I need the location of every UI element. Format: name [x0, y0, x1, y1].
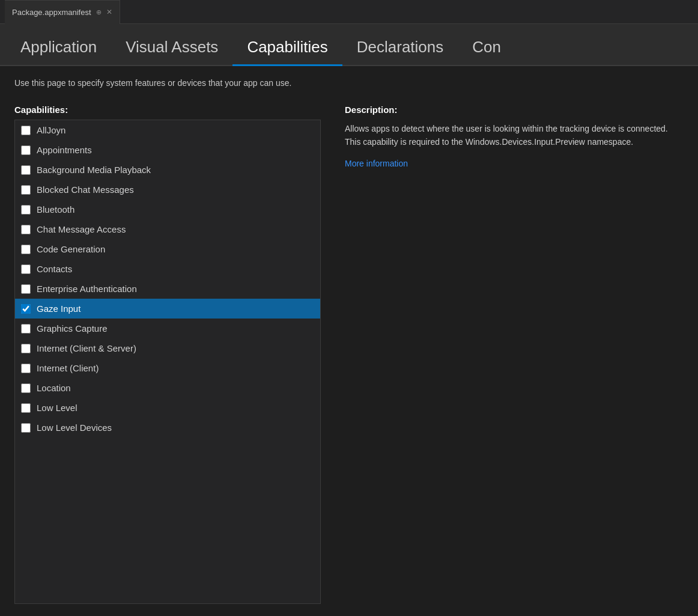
checkbox-code-generation[interactable] — [21, 245, 31, 254]
capability-item-contacts[interactable]: Contacts — [15, 259, 320, 279]
checkbox-background-media-playback[interactable] — [21, 165, 31, 175]
label-gaze-input: Gaze Input — [37, 303, 80, 314]
label-location: Location — [37, 383, 71, 393]
checkbox-chat-message-access[interactable] — [21, 225, 31, 234]
capability-item-chat-message-access[interactable]: Chat Message Access — [15, 219, 320, 239]
checkbox-appointments[interactable] — [21, 145, 31, 155]
capability-item-blocked-chat-messages[interactable]: Blocked Chat Messages — [15, 180, 320, 200]
label-code-generation: Code Generation — [37, 244, 105, 254]
capability-item-low-level-devices[interactable]: Low Level Devices — [15, 418, 320, 438]
capability-item-alljoyn[interactable]: AllJoyn — [15, 120, 320, 140]
capability-item-gaze-input[interactable]: Gaze Input — [15, 299, 320, 319]
description-label: Description: — [345, 105, 684, 115]
main-content: Use this page to specify system features… — [0, 66, 698, 616]
checkbox-contacts[interactable] — [21, 264, 31, 274]
content-area: Capabilities: AllJoynAppointmentsBackgro… — [14, 105, 684, 604]
label-bluetooth: Bluetooth — [37, 204, 74, 215]
label-internet-client-server: Internet (Client & Server) — [37, 343, 136, 353]
checkbox-location[interactable] — [21, 383, 31, 393]
capability-item-graphics-capture[interactable]: Graphics Capture — [15, 319, 320, 338]
checkbox-enterprise-authentication[interactable] — [21, 284, 31, 294]
capabilities-panel: Capabilities: AllJoynAppointmentsBackgro… — [14, 105, 321, 604]
capability-item-internet-client-server[interactable]: Internet (Client & Server) — [15, 338, 320, 358]
label-internet-client: Internet (Client) — [37, 363, 99, 373]
label-contacts: Contacts — [37, 264, 72, 274]
description-panel: Description: Allows apps to detect where… — [345, 105, 684, 604]
checkbox-low-level-devices[interactable] — [21, 423, 31, 433]
label-chat-message-access: Chat Message Access — [37, 224, 126, 234]
capability-item-enterprise-authentication[interactable]: Enterprise Authentication — [15, 279, 320, 299]
label-blocked-chat-messages: Blocked Chat Messages — [37, 184, 134, 195]
description-text: Allows apps to detect where the user is … — [345, 122, 684, 149]
label-appointments: Appointments — [37, 145, 92, 155]
checkbox-bluetooth[interactable] — [21, 205, 31, 215]
close-icon[interactable]: ✕ — [106, 8, 112, 16]
page-description: Use this page to specify system features… — [14, 78, 684, 88]
capabilities-list[interactable]: AllJoynAppointmentsBackground Media Play… — [15, 120, 320, 603]
tab-title: Package.appxmanifest — [12, 8, 91, 17]
tab-application[interactable]: Application — [6, 30, 111, 66]
capabilities-list-container: AllJoynAppointmentsBackground Media Play… — [14, 120, 321, 604]
checkbox-low-level[interactable] — [21, 403, 31, 413]
title-bar: Package.appxmanifest ⊕ ✕ — [0, 0, 698, 24]
checkbox-internet-client[interactable] — [21, 364, 31, 373]
tab-declarations[interactable]: Declarations — [342, 30, 458, 66]
capability-item-location[interactable]: Location — [15, 378, 320, 398]
label-background-media-playback: Background Media Playback — [37, 165, 151, 175]
tab-visual-assets[interactable]: Visual Assets — [111, 30, 232, 66]
more-info-link[interactable]: More information — [345, 159, 408, 168]
label-enterprise-authentication: Enterprise Authentication — [37, 284, 137, 294]
file-tab[interactable]: Package.appxmanifest ⊕ ✕ — [5, 0, 120, 24]
capability-item-bluetooth[interactable]: Bluetooth — [15, 200, 320, 219]
checkbox-gaze-input[interactable] — [21, 304, 31, 314]
checkbox-graphics-capture[interactable] — [21, 324, 31, 334]
capability-item-appointments[interactable]: Appointments — [15, 140, 320, 160]
label-low-level: Low Level — [37, 403, 77, 413]
capabilities-label: Capabilities: — [14, 105, 321, 115]
checkbox-alljoyn[interactable] — [21, 126, 31, 135]
nav-tabs: Application Visual Assets Capabilities D… — [0, 24, 698, 66]
capability-item-code-generation[interactable]: Code Generation — [15, 239, 320, 259]
checkbox-internet-client-server[interactable] — [21, 344, 31, 353]
label-graphics-capture: Graphics Capture — [37, 323, 108, 334]
capability-item-background-media-playback[interactable]: Background Media Playback — [15, 160, 320, 180]
checkbox-blocked-chat-messages[interactable] — [21, 185, 31, 195]
pin-icon[interactable]: ⊕ — [96, 8, 102, 16]
capability-item-low-level[interactable]: Low Level — [15, 398, 320, 418]
tab-capabilities[interactable]: Capabilities — [232, 30, 342, 66]
label-alljoyn: AllJoyn — [37, 125, 65, 135]
capability-item-internet-client[interactable]: Internet (Client) — [15, 358, 320, 378]
label-low-level-devices: Low Level Devices — [37, 422, 112, 433]
tab-con[interactable]: Con — [458, 30, 515, 66]
